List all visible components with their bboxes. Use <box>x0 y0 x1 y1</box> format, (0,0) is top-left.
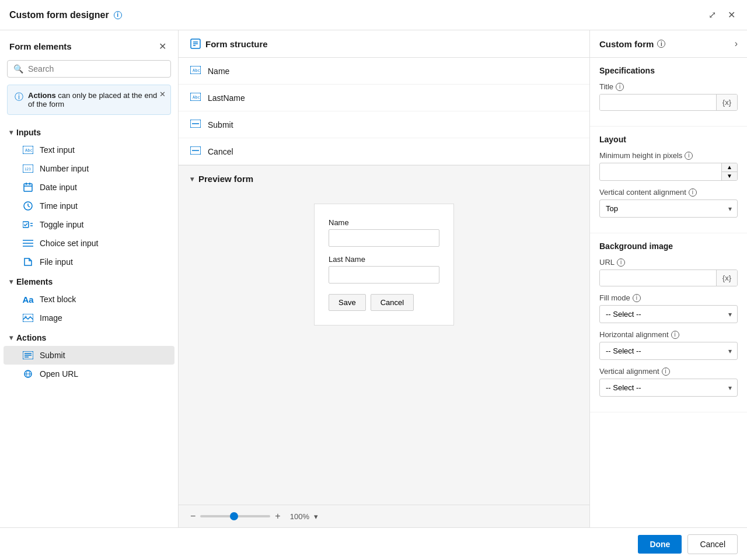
vertical-align-select-wrapper: Top Center Bottom ▾ <box>599 200 738 218</box>
preview-name-label: Name <box>329 218 439 227</box>
expand-button[interactable]: ⤢ <box>706 7 718 23</box>
inputs-section-header[interactable]: ▾ Inputs <box>0 122 178 141</box>
info-banner: ⓘ Actions can only be placed at the end … <box>7 85 171 115</box>
title-info-icon[interactable]: i <box>114 11 122 19</box>
title-bar-left: Custom form designer i <box>9 10 122 20</box>
list-item-date-input[interactable]: Date input <box>4 178 174 197</box>
preview-lastname-input[interactable] <box>329 266 439 284</box>
zoom-slider[interactable] <box>200 515 270 517</box>
preview-chevron-icon: ▾ <box>190 175 194 183</box>
min-height-up-button[interactable]: ▲ <box>721 163 737 172</box>
form-structure-section: Form structure Abc Name Abc LastName Sub… <box>179 30 589 165</box>
elements-chevron-icon: ▾ <box>9 278 13 286</box>
cancel-button[interactable]: Cancel <box>687 534 738 554</box>
title-bar: Custom form designer i ⤢ ✕ <box>0 0 747 30</box>
list-item-image[interactable]: Image <box>4 309 174 327</box>
url-info-icon[interactable]: i <box>617 258 625 267</box>
min-height-label: Minimum height in pixels i <box>599 151 738 160</box>
right-panel-title: Custom form i <box>599 39 665 49</box>
fill-mode-label: Fill mode i <box>599 293 738 302</box>
list-item-submit[interactable]: Submit <box>4 346 174 365</box>
text-block-icon: Aa <box>22 295 34 304</box>
bg-vertical-align-select-wrapper: -- Select -- Top Center Bottom ▾ <box>599 379 738 397</box>
list-item-number-input[interactable]: 123 Number input <box>4 159 174 178</box>
right-panel-chevron-icon[interactable]: › <box>735 38 738 49</box>
list-item-text-input[interactable]: Abc Text input <box>4 141 174 159</box>
svg-text:Abc: Abc <box>193 68 200 73</box>
list-item-open-url[interactable]: Open URL <box>4 365 174 383</box>
specifications-title: Specifications <box>599 66 738 75</box>
elements-section-header[interactable]: ▾ Elements <box>0 271 178 290</box>
right-panel-info-icon[interactable]: i <box>657 40 665 48</box>
preview-section: ▾ Preview form Name Last Name Save Cance… <box>179 165 589 505</box>
preview-lastname-label: Last Name <box>329 255 439 264</box>
actions-section-header[interactable]: ▾ Actions <box>0 327 178 346</box>
lastname-field-icon: Abc <box>190 93 201 103</box>
vertical-align-select[interactable]: Top Center Bottom <box>599 200 738 218</box>
title-suffix: {x} <box>716 94 737 110</box>
bg-vertical-align-select[interactable]: -- Select -- Top Center Bottom <box>599 379 738 397</box>
left-panel-header: Form elements ✕ <box>0 30 178 60</box>
submit-label: Submit <box>40 351 65 360</box>
lastname-field-label: LastName <box>208 93 245 103</box>
zoom-minus-button[interactable]: − <box>190 511 196 522</box>
preview-cancel-button[interactable]: Cancel <box>371 294 414 311</box>
list-item-choice-input[interactable]: Choice set input <box>4 234 174 253</box>
choice-input-label: Choice set input <box>40 239 98 248</box>
list-item-toggle-input[interactable]: Toggle input <box>4 215 174 234</box>
zoom-dropdown-button[interactable]: ▾ <box>314 512 318 521</box>
submit-field-icon <box>190 120 201 130</box>
min-height-input[interactable]: 0 <box>600 164 721 180</box>
zoom-plus-button[interactable]: + <box>275 511 280 522</box>
min-height-down-button[interactable]: ▼ <box>721 172 737 180</box>
preview-name-input[interactable] <box>329 229 439 247</box>
vertical-align-info-icon[interactable]: i <box>689 188 697 197</box>
right-panel-title-text: Custom form <box>599 39 654 49</box>
elements-section-label: Elements <box>16 277 53 286</box>
svg-text:123: 123 <box>25 167 31 171</box>
fill-mode-info-icon[interactable]: i <box>633 294 641 302</box>
close-window-button[interactable]: ✕ <box>725 7 738 23</box>
horizontal-align-select[interactable]: -- Select -- Left Center Right <box>599 342 738 360</box>
form-structure-icon <box>190 38 201 49</box>
form-structure-title: Form structure <box>205 39 268 49</box>
text-input-label: Text input <box>40 145 75 155</box>
horizontal-align-info-icon[interactable]: i <box>671 331 679 339</box>
horizontal-align-select-wrapper: -- Select -- Left Center Right ▾ <box>599 342 738 360</box>
preview-title: Preview form <box>198 174 253 184</box>
min-height-input-row: 0 ▲ ▼ <box>599 163 738 181</box>
background-image-title: Background image <box>599 242 738 251</box>
submit-action-icon <box>22 351 34 360</box>
svg-text:Abc: Abc <box>25 148 33 153</box>
time-input-icon <box>22 201 34 211</box>
image-label: Image <box>40 313 62 323</box>
bg-vertical-align-info-icon[interactable]: i <box>662 368 670 376</box>
title-field-input[interactable] <box>600 94 716 110</box>
min-height-info-icon[interactable]: i <box>685 152 693 160</box>
bottom-bar: Done Cancel <box>0 527 747 560</box>
title-info-icon[interactable]: i <box>616 83 624 91</box>
list-item-file-input[interactable]: File input <box>4 253 174 271</box>
url-field-label: URL i <box>599 258 738 267</box>
open-url-icon <box>22 369 34 379</box>
search-input[interactable] <box>28 64 165 74</box>
preview-content: Name Last Name Save Cancel <box>179 192 589 337</box>
title-field-input-row: {x} <box>599 94 738 111</box>
preview-save-button[interactable]: Save <box>329 294 366 311</box>
actions-section-label: Actions <box>16 333 46 342</box>
left-panel-close-button[interactable]: ✕ <box>156 38 169 54</box>
list-item-time-input[interactable]: Time input <box>4 197 174 215</box>
number-input-label: Number input <box>40 164 89 173</box>
name-field-label: Name <box>208 66 229 76</box>
title-bar-right: ⤢ ✕ <box>706 7 738 23</box>
right-panel: Custom form i › Specifications Title i {… <box>589 30 747 527</box>
actions-chevron-icon: ▾ <box>9 334 13 342</box>
preview-card: Name Last Name Save Cancel <box>314 204 454 326</box>
info-banner-close-button[interactable]: ✕ <box>159 90 166 99</box>
fill-mode-select[interactable]: -- Select -- Cover Repeat Horizontally R… <box>599 305 738 323</box>
left-panel-title: Form elements <box>9 41 72 51</box>
number-input-icon: 123 <box>22 164 34 173</box>
url-field-input[interactable] <box>600 270 716 286</box>
list-item-text-block[interactable]: Aa Text block <box>4 290 174 309</box>
done-button[interactable]: Done <box>638 535 682 554</box>
